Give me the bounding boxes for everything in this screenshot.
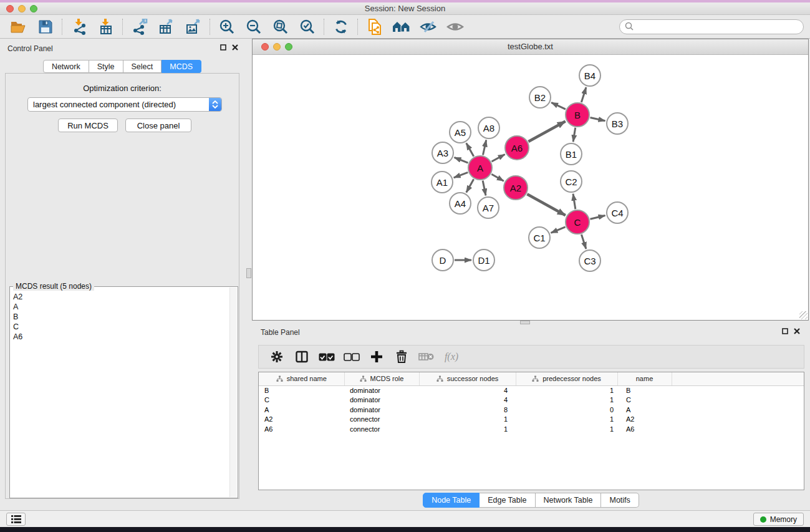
table-cell[interactable]: dominator (344, 405, 419, 415)
graph-edge-A-A3[interactable] (455, 157, 468, 163)
table-cell[interactable]: connector (344, 424, 419, 434)
graph-edge-A-A4[interactable] (466, 179, 474, 192)
deselect-all-rows-icon[interactable] (340, 347, 364, 366)
table-options-icon[interactable] (265, 347, 289, 366)
window-resize-grip[interactable] (799, 311, 808, 319)
table-cell[interactable]: A6 (259, 424, 344, 434)
tab-edge-table[interactable]: Edge Table (480, 493, 535, 508)
tab-style[interactable]: Style (89, 60, 123, 73)
export-image-icon[interactable] (180, 17, 206, 37)
status-list-button[interactable] (6, 513, 26, 526)
graph-edge-A-A2[interactable] (491, 174, 504, 181)
graph-edge-C-C2[interactable] (573, 194, 576, 209)
zoom-fit-icon[interactable] (267, 17, 294, 37)
zoom-out-icon[interactable] (240, 17, 267, 37)
tab-network[interactable]: Network (43, 60, 89, 73)
table-cell[interactable]: dominator (344, 385, 419, 395)
graph-edge-C-C3[interactable] (581, 235, 586, 249)
table-row[interactable]: A2connector11A2 (259, 415, 804, 425)
refresh-icon[interactable] (327, 17, 354, 37)
tab-network-table[interactable]: Network Table (536, 493, 602, 508)
table-cell[interactable]: 1 (419, 415, 516, 425)
table-cell[interactable]: 4 (419, 385, 516, 395)
network-canvas[interactable]: B4B2BB3A5A8A6B1A3AC2A1A2A4A7C4CC1DD1C3 (253, 55, 808, 320)
import-network-icon[interactable] (65, 17, 92, 37)
mcds-result-item[interactable]: B (13, 312, 229, 322)
table-cell[interactable]: B (259, 385, 344, 395)
duplicate-network-icon[interactable] (361, 17, 388, 37)
result-scrollbar[interactable] (229, 288, 237, 497)
column-header-successor-nodes[interactable]: successor nodes (419, 372, 516, 385)
column-header-mcds-role[interactable]: MCDS role (344, 372, 419, 385)
graph-edge-B-B3[interactable] (591, 117, 605, 120)
close-panel-button[interactable]: Close panel (125, 118, 191, 132)
table-cell[interactable]: 1 (516, 415, 617, 425)
table-cell[interactable]: C (259, 395, 344, 405)
tab-motifs[interactable]: Motifs (601, 493, 639, 508)
mcds-result-item[interactable]: A2 (13, 292, 229, 302)
table-cell[interactable]: A (617, 405, 672, 415)
show-all-icon[interactable] (441, 17, 468, 37)
first-neighbors-icon[interactable] (388, 17, 415, 37)
optimization-criterion-dropdown[interactable]: largest connected component (directed) (27, 97, 222, 112)
column-header-predecessor-nodes[interactable]: predecessor nodes (516, 372, 617, 385)
graph-edge-A-A5[interactable] (466, 143, 474, 156)
export-table-icon[interactable] (153, 17, 180, 37)
graph-edge-A-A6[interactable] (491, 154, 504, 161)
function-builder-icon[interactable]: f(x) (440, 347, 463, 366)
zoom-window-button[interactable] (30, 5, 37, 12)
add-row-icon[interactable] (365, 347, 388, 366)
zoom-selected-icon[interactable] (294, 17, 321, 37)
table-cell[interactable]: A2 (617, 415, 672, 425)
close-window-button[interactable] (6, 5, 14, 12)
delete-table-icon[interactable] (415, 347, 438, 366)
table-row[interactable]: A6connector11A6 (259, 424, 804, 434)
table-row[interactable]: Cdominator41C (259, 395, 804, 405)
graph-edge-B-B4[interactable] (581, 87, 586, 102)
close-panel-icon[interactable] (794, 328, 800, 334)
graph-edge-A-A8[interactable] (483, 140, 486, 155)
tab-mcds[interactable]: MCDS (162, 60, 201, 73)
tab-select[interactable]: Select (123, 60, 162, 73)
graph-edge-A-A7[interactable] (483, 181, 486, 196)
column-header-shared-name[interactable]: shared name (259, 372, 344, 385)
table-cell[interactable]: connector (344, 415, 419, 425)
graph-edge-B-B2[interactable] (551, 102, 566, 109)
select-all-rows-icon[interactable] (315, 347, 339, 366)
delete-row-icon[interactable] (390, 347, 413, 366)
table-cell[interactable]: 1 (516, 395, 617, 405)
show-columns-icon[interactable] (290, 347, 314, 366)
open-session-icon[interactable] (5, 17, 32, 37)
table-cell[interactable]: 1 (419, 424, 516, 434)
table-cell[interactable]: dominator (344, 395, 419, 405)
export-network-icon[interactable] (126, 17, 153, 37)
minimize-window-button[interactable] (18, 5, 26, 12)
search-box[interactable] (619, 19, 804, 34)
column-header-name[interactable]: name (617, 372, 672, 385)
search-input[interactable] (634, 21, 803, 32)
graph-edge-B-B1[interactable] (573, 128, 576, 142)
table-cell[interactable]: 0 (516, 405, 617, 415)
mcds-result-item[interactable]: A (13, 302, 229, 312)
table-cell[interactable]: 1 (516, 424, 617, 434)
float-panel-icon[interactable] (220, 44, 226, 51)
split-divider-gripper[interactable] (246, 268, 251, 278)
run-mcds-button[interactable]: Run MCDS (58, 118, 118, 132)
table-cell[interactable]: A6 (617, 424, 672, 434)
table-cell[interactable]: 1 (516, 385, 617, 395)
table-cell[interactable]: B (617, 385, 672, 395)
net-close-button[interactable] (261, 43, 269, 51)
mcds-result-item[interactable]: A6 (13, 332, 229, 342)
table-cell[interactable]: 4 (419, 395, 516, 405)
import-table-icon[interactable] (92, 17, 119, 37)
memory-button[interactable]: Memory (753, 513, 804, 526)
table-row[interactable]: Adominator80A (259, 405, 804, 415)
table-cell[interactable]: C (617, 395, 672, 405)
graph-edge-C-C4[interactable] (590, 216, 605, 220)
graph-edge-A-A1[interactable] (454, 172, 468, 178)
table-cell[interactable]: A (259, 405, 344, 415)
tab-node-table[interactable]: Node Table (423, 493, 480, 508)
graph-edge-C-C1[interactable] (551, 227, 566, 233)
save-session-icon[interactable] (32, 17, 59, 37)
table-cell[interactable]: A2 (259, 415, 344, 425)
